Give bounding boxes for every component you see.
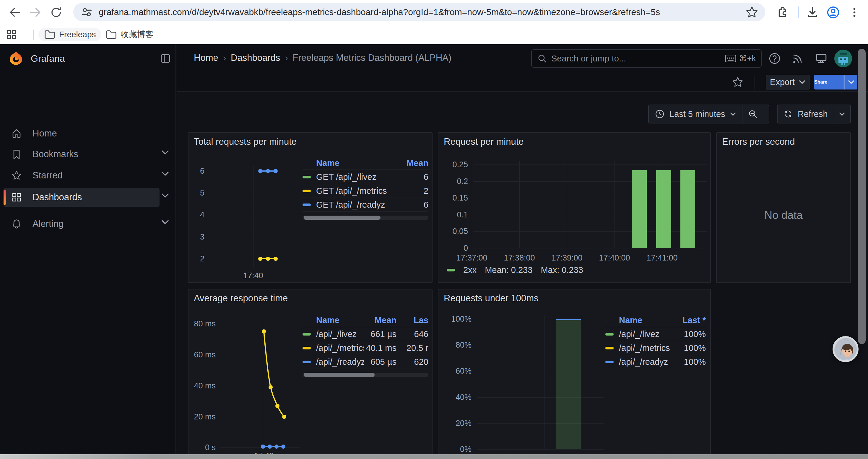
area-bar-100pct[interactable] [556,319,581,449]
favorite-dashboard-button[interactable] [731,75,745,89]
legend-row[interactable]: /api/_/readyz 605 µs 620 [303,355,428,369]
sidebar-item-bookmarks[interactable]: Bookmarks [4,145,159,164]
bookmark-folder-blogs[interactable]: 收藏博客 [100,28,159,41]
user-avatar[interactable] [834,50,852,67]
profile-button[interactable] [825,4,841,21]
grafana-logo[interactable] [8,51,24,66]
legend-hscrollbar[interactable] [303,216,428,220]
reload-icon [50,6,62,19]
share-menu-button[interactable] [844,75,857,90]
extensions-button[interactable] [774,4,790,21]
series-name[interactable]: 2xx [463,265,476,275]
scrollbar-thumb[interactable] [304,216,380,220]
sidebar-item-starred[interactable]: Starred [4,166,159,185]
legend-row[interactable]: /api/_/readyz 100% [606,355,706,369]
chevron-down-icon[interactable] [161,150,169,155]
panel-title[interactable]: Request per minute [444,136,524,147]
legend-row[interactable]: GET /api/_/readyz 6 [303,198,428,212]
panel-request-per-minute: Request per minute 0.25 0.2 0.15 0.1 0.0… [438,132,711,283]
floating-assistant-avatar[interactable] [833,336,859,362]
legend-row[interactable]: /api/_/livez 100% [606,327,706,341]
browser-back-button[interactable] [6,4,23,21]
series-last: 100% [673,329,706,339]
time-range-picker[interactable]: Last 5 minutes [649,105,742,123]
y-tick: 0.05 [442,227,468,236]
legend-row[interactable]: /api/_/metrics 100% [606,341,706,355]
sidebar-collapse-button[interactable] [159,53,172,66]
legend-row[interactable]: GET /api/_/livez 6 [303,170,428,184]
dashboard-toolbar: Export Share [177,72,868,92]
browser-reload-button[interactable] [48,4,64,21]
sidebar-item-dashboards[interactable]: Dashboards [4,188,159,207]
news-rss-button[interactable] [790,51,805,66]
downloads-button[interactable] [804,4,821,21]
bar-2xx[interactable] [656,170,671,248]
bar-2xx[interactable] [680,170,695,248]
keyboard-icon [725,54,736,63]
window-bottom-edge [0,454,868,459]
series-name[interactable]: GET /api/_/readyz [316,200,402,210]
legend-row[interactable]: /api/_/metrics 40.1 ms 20.5 r [303,341,428,355]
legend-header-name[interactable]: Name [619,316,673,325]
series-name[interactable]: /api/_/metrics [316,343,364,353]
apps-grid-button[interactable] [4,27,19,42]
legend-header-name[interactable]: Name [316,158,402,168]
gridline [477,371,604,371]
shortcut-text: ⌘+k [739,54,756,63]
series-name[interactable]: /api/_/readyz [619,357,673,367]
breadcrumb-dashboards[interactable]: Dashboards [231,53,280,63]
series-name[interactable]: /api/_/livez [316,329,364,339]
legend-header-mean[interactable]: Mean [402,158,428,168]
panel-title[interactable]: Errors per second [722,136,795,147]
page-scrollbar-thumb[interactable] [858,49,866,344]
sidebar-item-alerting[interactable]: Alerting [4,215,159,233]
scrollbar-thumb[interactable] [304,373,375,377]
gridline [477,319,604,319]
display-kiosk-button[interactable] [814,51,829,66]
site-info-icon[interactable] [81,6,93,18]
series-name[interactable]: /api/_/metrics [619,343,673,353]
breadcrumb-home[interactable]: Home [194,53,218,63]
bookmark-folder-freeleaps[interactable]: Freeleaps [38,28,101,41]
chevron-down-icon[interactable] [161,193,169,198]
breadcrumb-current: Freeleaps Metrics Dashboard (ALPHA) [293,53,452,63]
zoom-out-time-button[interactable] [742,105,763,123]
bar-2xx[interactable] [632,170,647,248]
legend-row[interactable]: GET /api/_/metrics 2 [303,184,428,198]
legend-hscrollbar[interactable] [303,373,428,377]
panel-title[interactable]: Requests under 100ms [444,293,538,304]
export-button[interactable]: Export [766,75,809,90]
legend-header-name[interactable]: Name [316,316,364,325]
series-name[interactable]: GET /api/_/livez [316,172,402,182]
profile-icon [826,6,840,19]
avatar-pixel-art [834,50,852,67]
chevron-down-icon[interactable] [161,171,169,176]
puzzle-icon [776,6,788,19]
chevron-down-icon[interactable] [161,220,169,225]
legend-header-last[interactable]: Last * [673,316,706,325]
series-name[interactable]: /api/_/readyz [316,357,364,367]
share-button[interactable]: Share [814,75,844,90]
legend-row[interactable]: /api/_/livez 661 µs 646 [303,327,428,341]
bookmark-star-icon[interactable] [746,6,758,18]
chevron-down-icon [839,112,845,116]
legend-inline[interactable]: 2xx Mean: 0.233 Max: 0.233 [447,265,583,275]
breadcrumb-separator: › [218,53,231,63]
help-button[interactable] [767,51,782,66]
x-tick: 17:38:00 [504,254,535,263]
legend-header-mean[interactable]: Mean [364,316,397,325]
url-bar[interactable]: grafana.mathmast.com/d/deytv4rwavabkb/fr… [73,3,765,21]
sidebar-item-home[interactable]: Home [4,124,159,143]
browser-forward-button[interactable] [27,4,44,21]
series-name[interactable]: /api/_/livez [619,329,673,339]
legend-header-last[interactable]: Las [397,316,428,325]
gridline [477,449,604,450]
legend-header: Name Mean [303,157,428,170]
refresh-button[interactable]: Refresh [778,105,834,123]
folder-icon [105,29,116,40]
browser-menu-button[interactable] [846,4,863,21]
series-name[interactable]: GET /api/_/metrics [316,186,402,196]
series-mean: 6 [402,200,428,210]
search-input[interactable]: Search or jump to... ⌘+k [531,49,762,68]
refresh-interval-button[interactable] [834,105,850,123]
